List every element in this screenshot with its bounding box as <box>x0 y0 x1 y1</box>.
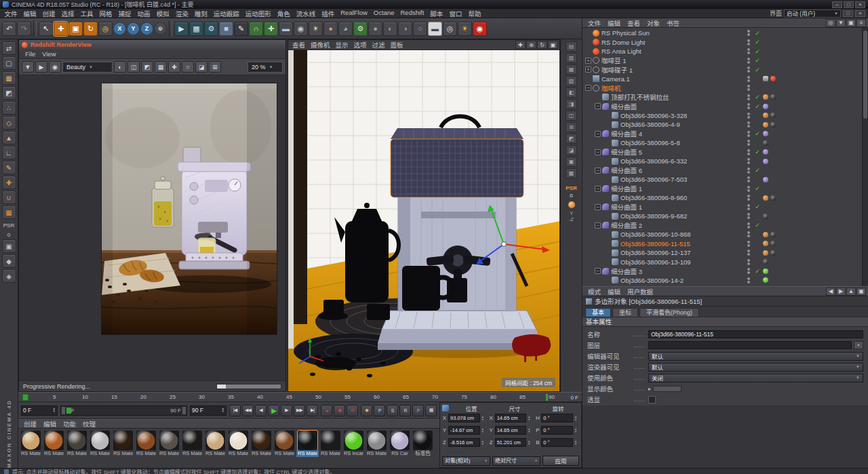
lock-view-icon[interactable]: ◩ <box>141 61 153 73</box>
axis-mode-icon[interactable]: ✚ <box>2 176 16 189</box>
visibility-dots-icon[interactable] <box>747 85 750 91</box>
floor-icon[interactable]: ▬ <box>279 22 293 36</box>
mat-black-icon[interactable] <box>763 140 768 146</box>
menu-item-5[interactable]: 网格 <box>96 9 115 18</box>
om-lock-icon[interactable]: ▣ <box>846 19 856 27</box>
object-row-0[interactable]: RS Physical Sun✓ <box>583 28 868 38</box>
object-manager-menu-item-2[interactable]: 查看 <box>624 18 644 28</box>
menu-item-18[interactable]: Redshift <box>397 9 427 18</box>
pos-x-field[interactable]: 93.078 cm <box>448 414 480 422</box>
material-item-17[interactable]: 标准色 <box>412 431 434 468</box>
mat-orange-icon[interactable] <box>763 241 768 246</box>
timeline-ruler[interactable]: 051015202530354045505560657075808590 0 F <box>18 392 582 402</box>
visibility-dots-icon[interactable] <box>747 76 750 82</box>
object-label[interactable]: 咖啡机 <box>601 83 621 93</box>
editor-visibility-select[interactable]: 默认▼ <box>648 352 863 361</box>
menu-item-11[interactable]: 运动跟踪 <box>210 9 242 18</box>
object-row-20[interactable]: Obj3d66-380096-9-682✓ <box>583 212 868 221</box>
y-axis-lock-icon[interactable]: Y <box>127 22 140 35</box>
tag-rs-icon[interactable] <box>770 76 776 81</box>
material-menu-item-1[interactable]: 编辑 <box>40 419 60 429</box>
polygons-mode-icon[interactable]: ▲ <box>2 131 16 144</box>
mat-orange-icon[interactable] <box>763 250 768 256</box>
name-field[interactable]: Obj3d66-380096-11-515 <box>648 330 863 338</box>
object-label[interactable]: 咖啡豆 1 <box>601 56 626 65</box>
om-search-icon[interactable]: ◎ <box>826 19 835 27</box>
doc-close-button[interactable]: × <box>855 10 865 17</box>
visibility-dots-icon[interactable] <box>747 66 750 73</box>
material-thumbnail[interactable] <box>205 431 225 450</box>
at-forward-icon[interactable]: ▶ <box>836 288 846 296</box>
render-region-icon[interactable]: ▦ <box>189 22 203 36</box>
rot-h-field[interactable]: 0 ° <box>541 414 573 422</box>
attribute-tab-0[interactable]: 基本 <box>585 308 611 317</box>
visibility-dots-icon[interactable] <box>747 268 750 274</box>
sun-icon[interactable]: ☀ <box>458 22 472 36</box>
material-thumbnail[interactable] <box>344 431 363 450</box>
environment-sphere-icon-1[interactable]: ● <box>368 22 382 36</box>
material-thumbnail[interactable] <box>275 431 294 450</box>
mat-black-icon[interactable] <box>770 250 776 256</box>
material-thumbnail[interactable] <box>113 431 133 450</box>
material-menu-item-2[interactable]: 功能 <box>60 419 79 429</box>
view-split-icon[interactable]: ▧ <box>566 76 577 86</box>
z-axis-lock-icon[interactable]: Z <box>140 22 153 35</box>
workplane-icon[interactable]: ∟ <box>2 146 16 159</box>
expand-toggle-icon[interactable]: − <box>595 103 601 109</box>
stepper-icon[interactable]: ▲▼ <box>574 428 579 433</box>
material-item-10[interactable]: RS Mate <box>250 431 273 468</box>
enabled-check-icon[interactable]: ✓ <box>754 167 761 174</box>
render-pass-select[interactable]: Beauty▼ <box>62 62 113 73</box>
object-label[interactable]: 咖啡碟子 1 <box>601 65 633 75</box>
material-thumbnail[interactable] <box>182 431 202 450</box>
visibility-dots-icon[interactable] <box>747 103 750 109</box>
object-row-23[interactable]: Obj3d66-380096-11-515✓ <box>583 239 868 249</box>
layer-browse-button[interactable]: ▪ <box>854 341 863 349</box>
visibility-dots-icon[interactable] <box>747 58 750 64</box>
object-label[interactable]: Obj3d66-380096-8-960 <box>620 194 687 201</box>
material-item-7[interactable]: RS Mate <box>181 431 203 468</box>
object-label[interactable]: 细分曲面 1 <box>611 202 642 212</box>
menu-item-4[interactable]: 工具 <box>77 9 96 18</box>
enabled-check-icon[interactable]: ✓ <box>754 48 761 55</box>
material-item-1[interactable]: RS Mate <box>43 431 65 468</box>
prev-frame-button[interactable]: ◀ <box>255 405 267 416</box>
next-key-button[interactable]: ▶▶ <box>294 405 305 416</box>
visibility-dots-icon[interactable] <box>747 39 750 45</box>
mat-black-icon[interactable] <box>763 214 768 219</box>
restore-button[interactable]: □ <box>844 1 854 8</box>
stepper-icon[interactable]: ▲▼ <box>481 440 486 446</box>
key-lock-icon[interactable]: ◆ <box>2 254 16 268</box>
use-color-select[interactable]: 关闭▼ <box>648 374 863 382</box>
uv-mode-icon[interactable]: ◩ <box>2 86 16 100</box>
mat-black-icon[interactable] <box>770 232 776 237</box>
visibility-dots-icon[interactable] <box>747 113 750 119</box>
object-row-16[interactable]: Obj3d66-380096-7-503✓ <box>583 175 868 184</box>
enabled-check-icon[interactable]: ✓ <box>754 103 761 110</box>
material-item-11[interactable]: RS Mate <box>273 431 296 468</box>
viewport-menu-item-3[interactable]: 选项 <box>351 40 370 50</box>
stepper-icon[interactable]: ▲▼ <box>528 428 532 433</box>
object-label[interactable]: Obj3d66-380096-14-2 <box>620 277 684 284</box>
object-row-18[interactable]: Obj3d66-380096-8-960✓ <box>583 193 868 203</box>
attribute-menu-item-0[interactable]: 模式 <box>585 287 604 296</box>
visibility-dots-icon[interactable] <box>747 204 750 210</box>
live-selection-icon[interactable]: ↖ <box>39 22 53 36</box>
material-thumbnail[interactable] <box>44 431 64 450</box>
material-item-0[interactable]: RS Mate <box>20 431 42 468</box>
current-frame-marker[interactable] <box>22 394 28 401</box>
current-frame-field[interactable]: 0 F▲▼ <box>21 406 58 416</box>
object-label[interactable]: Obj3d66-380096-6-332 <box>620 157 687 165</box>
scale-tool-icon[interactable]: ▣ <box>68 22 83 36</box>
visibility-dots-icon[interactable] <box>747 186 750 192</box>
object-row-3[interactable]: +咖啡豆 1✓ <box>583 56 868 66</box>
expand-toggle-icon[interactable]: − <box>595 186 601 192</box>
zoom-view-icon[interactable]: ⊕ <box>526 41 536 49</box>
menu-item-13[interactable]: 角色 <box>274 9 293 18</box>
at-back-icon[interactable]: ◀ <box>826 288 835 296</box>
object-row-6[interactable]: −咖啡机✓ <box>583 83 868 93</box>
object-row-27[interactable]: Obj3d66-380096-14-2✓ <box>583 276 868 285</box>
mat-orange-icon[interactable] <box>763 94 768 100</box>
object-manager-menu-item-4[interactable]: 书签 <box>663 18 683 28</box>
attribute-tab-2[interactable]: 平滑着色(Phong) <box>639 308 699 317</box>
